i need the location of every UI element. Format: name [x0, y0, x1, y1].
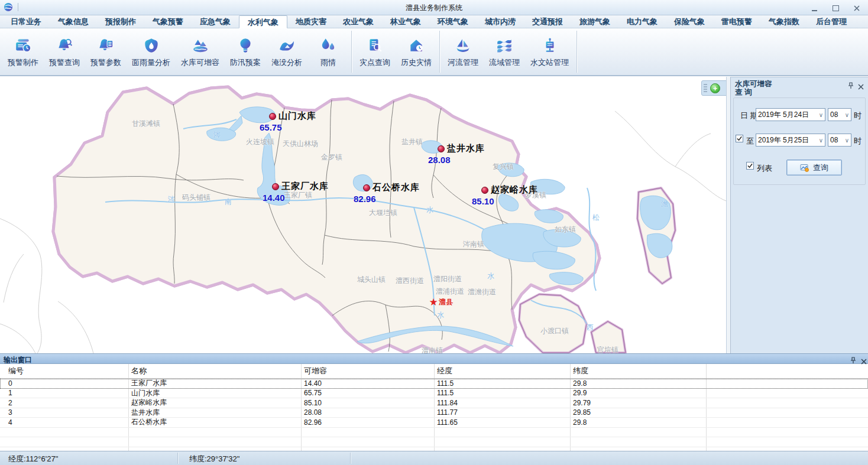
to-checkbox[interactable]	[736, 135, 743, 142]
column-header[interactable]: 编号	[0, 364, 129, 378]
reservoir-value-label: 82.96	[354, 194, 376, 204]
disaster-history-button[interactable]: 历史灾情	[396, 28, 437, 75]
table-row[interactable]: 2赵家峪水库85.10111.8429.79	[0, 398, 868, 408]
panel-close-icon[interactable]	[858, 82, 864, 87]
zoom-in-button[interactable]: +	[710, 83, 720, 93]
end-date-select[interactable]: 2019年 5月25日 ∨	[756, 134, 825, 147]
reservoir-name-label: 赵家峪水库	[491, 184, 538, 196]
reservoir-marker-icon[interactable]	[481, 187, 488, 194]
river-label: 南	[225, 197, 232, 207]
close-button[interactable]	[849, 3, 864, 12]
reservoir-capacity-button[interactable]: 水库可增容	[176, 28, 225, 75]
menu-item[interactable]: 地质灾害	[287, 15, 335, 28]
hour-unit-label: 时	[854, 136, 861, 147]
reservoir-marker-icon[interactable]	[272, 183, 279, 190]
output-table: 编号名称可增容经度纬度0王家厂水库14.40111.529.81山门水库65.7…	[0, 364, 868, 451]
reservoir-name-label: 盐井水库	[447, 143, 485, 154]
table-cell	[435, 437, 571, 447]
drag-grip-icon	[704, 84, 707, 92]
menu-bar: 日常业务气象信息预报制作气象预警应急气象水利气象地质灾害农业气象林业气象环境气象…	[0, 15, 868, 28]
start-hour-select[interactable]: 08 ∨	[828, 108, 851, 121]
flood-plan-button[interactable]: 防汛预案	[225, 28, 266, 75]
chevron-down-icon: ∨	[843, 137, 851, 144]
pin-icon[interactable]	[850, 356, 857, 363]
map-area[interactable]: 甘溪滩镇火连坡镇天供山林场金罗镇盐井镇复兴镇码头铺镇王家厂镇梦溪镇大堰垱镇涔南镇…	[0, 77, 726, 353]
bell-params-icon	[97, 37, 115, 54]
menu-item[interactable]: 雷电预警	[713, 15, 760, 28]
town-label: 澧南镇	[422, 346, 443, 354]
maximize-button[interactable]	[828, 3, 843, 12]
menu-item[interactable]: 气象预警	[144, 15, 192, 28]
flood-plan-icon	[237, 37, 254, 54]
column-header[interactable]: 可增容	[302, 364, 435, 378]
menu-item[interactable]: 后台管理	[808, 15, 855, 28]
hydro-station-button[interactable]: 水文站管理	[525, 28, 574, 75]
toolbar-button-label: 淹没分析	[271, 57, 302, 68]
area-rain-icon	[142, 37, 160, 54]
pin-icon[interactable]	[847, 81, 854, 88]
menu-item[interactable]: 保险气象	[666, 15, 713, 28]
menu-item[interactable]: 气象信息	[50, 15, 97, 28]
menu-item[interactable]: 水利气象	[239, 15, 287, 28]
list-checkbox[interactable]	[746, 162, 754, 170]
status-bar: 经度:112°6'27" 纬度:29°37'32"	[0, 451, 868, 465]
town-label: 澧西街道	[396, 276, 424, 286]
column-header[interactable]: 纬度	[571, 364, 707, 378]
toolbar-button-label: 水库可增容	[181, 57, 219, 68]
alert-edit-button[interactable]: 预警制作	[2, 28, 44, 75]
river-label: 涔	[168, 194, 175, 204]
basin-button[interactable]: 流域管理	[484, 28, 525, 75]
query-button-label: 查询	[813, 162, 828, 173]
column-header[interactable]: 名称	[129, 364, 302, 378]
reservoir-marker-icon[interactable]	[438, 145, 445, 152]
table-row[interactable]: 4石公桥水库82.96111.6529.8	[0, 418, 868, 428]
menu-item[interactable]: 气象指数	[760, 15, 808, 28]
vertical-splitter[interactable]	[726, 77, 731, 353]
rain-button[interactable]: 雨情	[307, 28, 349, 75]
disaster-history-icon	[407, 37, 425, 54]
status-longitude: 经度:112°6'27"	[8, 454, 58, 464]
reservoir-marker-icon[interactable]	[363, 184, 370, 191]
hour-unit-label: 时	[854, 110, 861, 121]
menu-item[interactable]: 日常业务	[2, 15, 50, 28]
menu-item[interactable]: 环境气象	[429, 15, 477, 28]
output-window: 输出窗口 编号名称可增容经度纬度0王家厂水库14.40111.529.81山门水…	[0, 353, 868, 451]
menu-item[interactable]: 预报制作	[97, 15, 144, 28]
alert-edit-icon	[14, 37, 32, 54]
town-label: 复兴镇	[493, 162, 514, 172]
output-close-icon[interactable]	[861, 356, 867, 362]
output-window-titlebar: 输出窗口	[0, 353, 868, 364]
area-rain-button[interactable]: 面雨量分析	[127, 28, 176, 75]
toolbar-button-label: 水文站管理	[530, 57, 569, 68]
end-date-value: 2019年 5月25日	[758, 135, 809, 145]
start-date-select[interactable]: 2019年 5月24日 ∨	[756, 108, 825, 121]
menu-item[interactable]: 交通预报	[524, 15, 571, 28]
menu-item[interactable]: 应急气象	[192, 15, 239, 28]
disaster-search-button[interactable]: 灾点查询	[354, 28, 396, 75]
table-row[interactable]: 1山门水库65.75111.529.9	[0, 389, 868, 399]
end-hour-value: 08	[830, 136, 838, 144]
chevron-down-icon: ∨	[817, 137, 825, 144]
query-button[interactable]: 查询	[786, 160, 842, 175]
table-row[interactable]: 0王家厂水库14.40111.529.8	[0, 379, 868, 389]
toolbar-separator	[439, 31, 440, 73]
menu-item[interactable]: 电力气象	[618, 15, 666, 28]
menu-item[interactable]: 旅游气象	[571, 15, 618, 28]
menu-item[interactable]: 城市内涝	[477, 15, 524, 28]
menu-item[interactable]: 农业气象	[335, 15, 382, 28]
county-name-label: 澧县	[439, 297, 453, 307]
table-cell: 石公桥水库	[129, 418, 302, 427]
table-cell	[435, 428, 571, 437]
bell-search-button[interactable]: 预警查询	[44, 28, 85, 75]
inundation-button[interactable]: 淹没分析	[266, 28, 307, 75]
town-label: 澧浦街道	[436, 287, 464, 297]
menu-item[interactable]: 林业气象	[382, 15, 429, 28]
window-title: 澧县业务制作系统	[0, 3, 868, 13]
reservoir-marker-icon[interactable]	[269, 113, 276, 120]
bell-params-button[interactable]: 预警参数	[85, 28, 127, 75]
table-row[interactable]: 3盐井水库28.08111.7729.85	[0, 408, 868, 418]
column-header[interactable]: 经度	[435, 364, 571, 378]
river-button[interactable]: 河流管理	[442, 28, 484, 75]
minimize-button[interactable]	[807, 3, 822, 12]
end-hour-select[interactable]: 08 ∨	[828, 134, 851, 147]
